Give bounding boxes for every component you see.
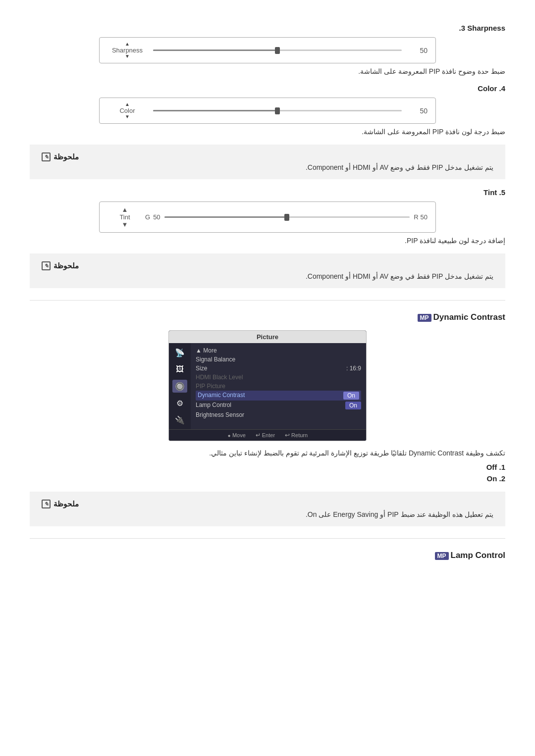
color-slider-box: ▲ Color ▼ 50 [99,98,436,124]
sharpness-slider-box: ▲ Sharpness ▼ 50 [99,37,436,63]
color-label: ▲ Color ▼ [107,102,147,119]
note-1-title: ملحوظة ✎ [42,152,493,161]
note-icon-2: ✎ [42,261,51,270]
sharpness-thumb [275,47,280,54]
tint-arrow-up[interactable]: ▲ [122,206,128,213]
tint-thumb [284,214,289,221]
sharpness-label: ▲ Sharpness ▼ [107,42,147,59]
color-section-number: Color .4 [30,84,505,93]
osd-footer: ⬥ Move ↵ Enter ↩ Return [169,429,366,441]
color-track-wrapper[interactable] [153,110,402,111]
dynamic-contrast-title-text: Dynamic Contrast [433,312,505,322]
note-box-3: ملحوظة ✎ يتم تعطيل هذه الوظيفة عند ضبط P… [30,492,505,526]
osd-icon-list: 📡 🖼 🔘 ⚙ 🔌 [169,343,191,429]
note-2-text: يتم تشغيل مدخل PIP فقط في وضع AV أو HDMI… [42,272,493,280]
tint-track-wrapper[interactable] [164,216,410,218]
osd-move-icon: ⬥ [227,432,231,439]
sharpness-arrow-down[interactable]: ▼ [125,54,130,59]
tint-r-label: R [414,213,418,221]
note-2-title-text: ملحوظة [54,261,79,270]
color-track [153,110,402,111]
osd-item-pip[interactable]: PIP Picture [196,382,361,391]
osd-icon-picture-active[interactable]: 🔘 [172,380,187,393]
color-thumb [275,107,280,114]
osd-item-more[interactable]: ▲ More [196,346,361,355]
tint-g-value: 50 [153,213,160,221]
tint-r-value: 50 [421,213,428,221]
osd-icon-image[interactable]: 🖼 [172,363,187,376]
osd-return-label: Return [291,432,308,438]
sharpness-value: 50 [408,47,428,54]
note-1-text: يتم تشغيل مدخل PIP فقط في وضع AV أو HDMI… [42,163,493,171]
osd-icon-settings[interactable]: ⚙ [172,397,187,409]
note-icon-1: ✎ [42,152,51,161]
page: .3 Sharpness ▲ Sharpness ▼ 50 ضبط حدة وض… [0,0,535,583]
tint-fill [164,216,287,218]
dynamic-contrast-title: MPDynamic Contrast [30,312,505,322]
osd-body: 📡 🖼 🔘 ⚙ 🔌 ▲ More Signal Balance Size [169,343,366,429]
osd-footer-return: ↩ Return [285,432,308,439]
osd-item-dynamic-contrast[interactable]: Dynamic Contrast On [196,391,361,401]
osd-icon-input[interactable]: 🔌 [172,413,187,426]
osd-item-brightness-sensor-label: Brightness Sensor [196,411,244,418]
osd-item-size-value: : 16:9 [346,365,361,372]
osd-item-dynamic-contrast-value: On [343,392,359,400]
osd-item-lamp-control-value: On [345,402,361,409]
color-value: 50 [408,107,428,115]
dynamic-contrast-desc: تكشف وظيفة Dynamic Contrast تلقائيًا طري… [30,449,505,457]
osd-move-label: Move [232,432,246,438]
tint-arrow-down[interactable]: ▼ [122,221,128,228]
note-box-1: ملحوظة ✎ يتم تشغيل مدخل PIP فقط في وضع A… [30,145,505,179]
note-3-title-text: ملحوظة [54,500,79,508]
color-arrow-up[interactable]: ▲ [125,102,130,107]
osd-item-more-label: ▲ More [196,347,217,354]
sharpness-desc: ضبط حدة وضوح نافذة PIP المعروضة على الشا… [30,67,505,75]
color-arrow-down[interactable]: ▼ [125,114,130,119]
osd-item-hdmi-black-label: HDMI Black Level [196,374,243,381]
note-icon-3: ✎ [42,500,51,508]
osd-content: ▲ More Signal Balance Size : 16:9 HDMI B… [191,343,366,429]
osd-footer-move: ⬥ Move [227,432,246,439]
sharpness-track [153,50,402,51]
lamp-control-title: MPLamp Control [30,551,505,560]
dynamic-contrast-badge: MP [418,314,431,322]
note-2-title: ملحوظة ✎ [42,261,493,270]
osd-icon-signal[interactable]: 📡 [172,346,187,359]
tint-section-number: Tint .5 [30,188,505,197]
osd-item-dynamic-contrast-label: Dynamic Contrast [198,392,245,400]
color-desc: ضبط درجة لون نافذة PIP المعروضة على الشا… [30,128,505,136]
sharpness-arrow-up[interactable]: ▲ [125,42,130,47]
osd-item-pip-label: PIP Picture [196,383,225,390]
osd-item-brightness-sensor[interactable]: Brightness Sensor [196,410,361,419]
osd-item-lamp-control-label: Lamp Control [196,402,231,409]
lamp-control-title-text: Lamp Control [451,551,506,560]
color-fill [153,110,277,111]
color-label-text: Color [119,107,135,114]
tint-slider-box: ▲ Tint ▼ G 50 R 50 [99,202,436,233]
osd-enter-icon: ↵ [256,432,261,439]
osd-item-signal-balance-label: Signal Balance [196,356,235,363]
sharpness-track-wrapper[interactable] [153,50,402,51]
osd-item-size[interactable]: Size : 16:9 [196,364,361,373]
note-box-2: ملحوظة ✎ يتم تشغيل مدخل PIP فقط في وضع A… [30,253,505,288]
osd-item-signal-balance[interactable]: Signal Balance [196,355,361,364]
tint-label: ▲ Tint ▼ [107,206,142,228]
osd-enter-label: Enter [262,432,275,438]
osd-footer-enter: ↵ Enter [256,432,275,439]
tint-track [164,216,410,218]
lamp-control-badge: MP [435,552,449,560]
sharpness-fill [153,50,277,51]
divider-2 [30,538,505,539]
osd-item-hdmi-black[interactable]: HDMI Black Level [196,373,361,382]
note-3-text: يتم تعطيل هذه الوظيفة عند ضبط PIP أو Ene… [42,510,493,518]
osd-return-icon: ↩ [285,432,290,439]
sharpness-label-text: Sharpness [112,47,143,54]
osd-item-lamp-control[interactable]: Lamp Control On [196,401,361,410]
dc-off-item: Off .1 [30,463,505,471]
osd-header: Picture [169,331,366,343]
note-3-title: ملحوظة ✎ [42,500,493,508]
dc-on-item: On .2 [30,474,505,483]
tint-desc: إضافة درجة لون طبيعية لنافذة PIP. [30,237,505,245]
note-1-title-text: ملحوظة [54,152,79,161]
sharpness-section-number: .3 Sharpness [30,24,505,32]
